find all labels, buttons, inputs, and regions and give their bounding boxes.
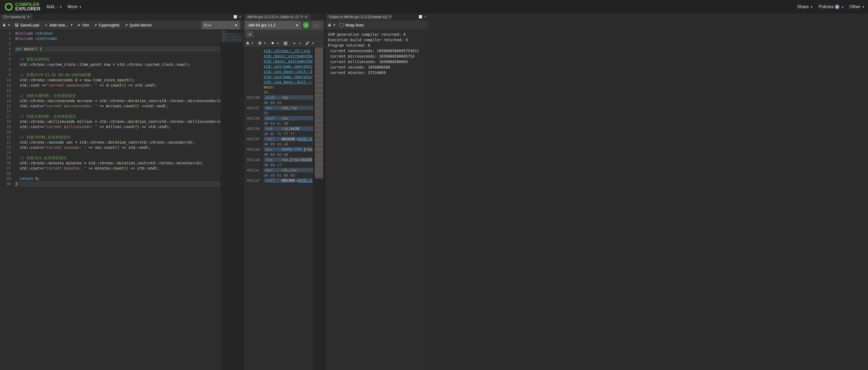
font-button[interactable]: A — [3, 23, 10, 27]
brand-line1: COMPILER — [15, 2, 40, 7]
svg-rect-3 — [8, 3, 9, 4]
close-pane-icon[interactable]: ✕ — [424, 15, 427, 19]
close-icon[interactable]: ✕ — [27, 15, 30, 19]
filter-button[interactable]: ▼ — [271, 41, 278, 45]
font-button[interactable]: A — [246, 41, 253, 45]
close-pane-icon[interactable]: ✕ — [239, 15, 241, 19]
source-pane: C++ source #1 ✕ ⬜ ✕ A 🖫Save/Load ＋Add ne… — [0, 13, 244, 370]
compiler-toolbar: x86-64 gcc 11.2 ▾ ✓ — [244, 20, 324, 30]
language-select[interactable]: C++▾ — [202, 21, 240, 29]
wrap-lines-label: Wrap lines — [345, 23, 364, 27]
language-label: C++ — [204, 23, 211, 27]
svg-rect-8 — [11, 9, 12, 10]
menu-share[interactable]: Share — [797, 4, 813, 9]
menu-other[interactable]: Other — [849, 4, 864, 9]
save-load-button[interactable]: 🖫Save/Load — [15, 23, 39, 27]
cppinsights-label: CppInsights — [99, 23, 120, 27]
font-button[interactable]: A — [328, 23, 335, 27]
arrow-icon: ↗ — [125, 23, 128, 27]
compiler-tab-title: x86-64 gcc 11.2 (C++, Editor #1, Compile… — [247, 15, 299, 19]
add-tool-button[interactable]: ＋ — [292, 41, 301, 46]
maximize-icon[interactable]: ⬜ — [418, 15, 423, 19]
bell-icon: 🔔 — [835, 4, 840, 9]
svg-rect-4 — [8, 10, 9, 11]
compiler-tab[interactable]: x86-64 gcc 11.2 (C++, Editor #1, Compile… — [245, 14, 310, 20]
asm-gutter: 401196 401197 40119a 40119b 40119f 4011a… — [244, 48, 262, 370]
output-tab[interactable]: Output of x86-64 gcc 11.2 (Compiler #1) … — [327, 14, 392, 20]
chevron-down-icon: ▾ — [296, 23, 298, 27]
source-tab-title: C++ source #1 — [4, 15, 25, 19]
menu-policies[interactable]: Policies 🔔 — [819, 4, 843, 9]
asm-editor[interactable]: 401196 401197 40119a 40119b 40119f 4011a… — [244, 48, 324, 370]
checkbox-icon — [340, 23, 343, 27]
funnel-icon: ▼ — [271, 41, 274, 45]
brand-logo[interactable]: COMPILEREXPLORER — [4, 2, 40, 12]
vim-label: Vim — [82, 23, 89, 27]
output-toolbar: A Wrap lines — [325, 20, 428, 30]
svg-rect-5 — [5, 4, 6, 5]
svg-rect-2 — [12, 6, 13, 7]
output-tab-title: Output of x86-64 gcc 11.2 (Compiler #1) — [329, 15, 388, 19]
wrap-lines-toggle[interactable]: Wrap lines — [340, 23, 364, 27]
svg-rect-1 — [5, 6, 6, 7]
pencil-icon[interactable]: ✎ — [389, 15, 392, 19]
svg-rect-6 — [11, 4, 12, 5]
output-dropdown-button[interactable]: ▾ — [246, 31, 253, 38]
plus-icon: ＋ — [292, 41, 297, 46]
minimap[interactable]: ▬▬▬▬▬▬▬▬▬▬▬▬▬▬▬▬▬▬▬▬▬▬▬▬▬▬▬▬▬▬▬▬▬▬▬▬▬▬▬▬… — [221, 30, 242, 370]
source-tab[interactable]: C++ source #1 ✕ — [1, 14, 32, 20]
libraries-button[interactable]: ▤ — [284, 41, 287, 45]
menu-policies-label: Policies — [819, 4, 834, 9]
add-new-button[interactable]: ＋Add new... — [44, 23, 72, 28]
source-toolbar: A 🖫Save/Load ＋Add new... ✔Vim ↗CppInsigh… — [0, 20, 242, 30]
code-area[interactable]: #include <chrono>#include <iostream>int … — [13, 30, 221, 370]
asm-toolbar: A ⚙ ▼ ▤ ＋ 🖉 — [244, 39, 324, 48]
asm-minimap[interactable] — [313, 48, 324, 370]
maximize-icon[interactable]: ⬜ — [234, 15, 237, 19]
wrench-icon: 🖉 — [305, 41, 310, 45]
compiler-name: x86-64 gcc 11.2 — [248, 23, 276, 27]
save-load-label: Save/Load — [20, 23, 39, 27]
output-pane: Output of x86-64 gcc 11.2 (Compiler #1) … — [325, 13, 428, 370]
compiler-options-input[interactable] — [311, 21, 322, 29]
compiler-pane: x86-64 gcc 11.2 (C++, Editor #1, Compile… — [244, 13, 325, 370]
arrow-icon: ↗ — [94, 23, 97, 27]
quickbench-label: Quick-bench — [129, 23, 152, 27]
menu-add[interactable]: Add... — [46, 4, 62, 9]
status-ok-icon: ✓ — [303, 22, 309, 28]
plus-icon: ＋ — [44, 23, 48, 28]
menu-more[interactable]: More — [68, 4, 81, 9]
gear-icon: ⚙ — [258, 41, 261, 45]
vim-button[interactable]: ✔Vim — [78, 23, 89, 27]
add-new-label: Add new... — [50, 23, 68, 27]
quickbench-button[interactable]: ↗Quick-bench — [125, 23, 152, 27]
pencil-icon[interactable]: ✎ — [301, 15, 303, 19]
cppinsights-button[interactable]: ↗CppInsights — [94, 23, 120, 27]
output-text[interactable]: ASM generation compiler returned: 0 Exec… — [325, 30, 428, 370]
svg-rect-7 — [5, 9, 6, 10]
vim-icon: ✔ — [78, 23, 81, 27]
close-icon[interactable]: ✕ — [305, 15, 307, 19]
brand-line2: EXPLORER — [15, 7, 40, 11]
chevron-down-icon: ▾ — [235, 23, 237, 27]
logo-icon — [4, 2, 13, 12]
book-icon: ▤ — [284, 41, 287, 45]
tools-button[interactable]: 🖉 — [305, 41, 314, 45]
compiler-select[interactable]: x86-64 gcc 11.2 ▾ — [246, 21, 301, 29]
top-bar: COMPILEREXPLORER Add... More Share Polic… — [0, 0, 868, 13]
source-editor[interactable]: 1234567891011121314151617181920212223242… — [0, 30, 242, 370]
floppy-icon: 🖫 — [15, 23, 19, 27]
settings-button[interactable]: ⚙ — [258, 41, 266, 45]
asm-code[interactable]: std::chrono::_V2::sysstd::basic_ostream<… — [262, 48, 313, 370]
line-gutter: 1234567891011121314151617181920212223242… — [0, 30, 13, 370]
